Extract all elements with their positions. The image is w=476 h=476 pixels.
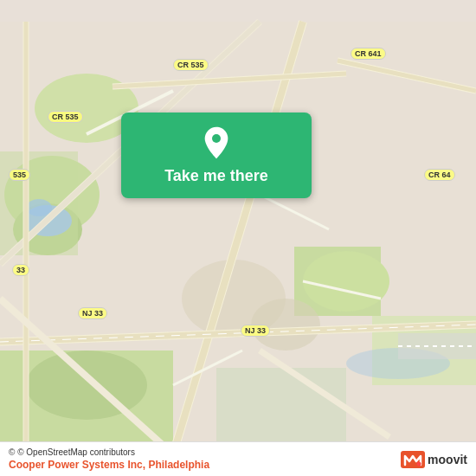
road-label-cr535-top: CR 535 [173, 59, 209, 71]
map-background [0, 0, 476, 476]
road-label-cr64: CR 64 [424, 169, 455, 181]
attribution: © © OpenStreetMap contributors [9, 447, 209, 457]
moovit-icon [401, 451, 425, 468]
take-me-there-button[interactable]: Take me there [121, 113, 312, 198]
road-label-535: 535 [9, 169, 30, 181]
svg-point-39 [417, 461, 421, 466]
svg-point-6 [303, 251, 389, 312]
moovit-text: moovit [428, 453, 467, 466]
bottom-bar: © © OpenStreetMap contributors Cooper Po… [0, 441, 476, 476]
map-container: CR 535 CR 535 CR 641 CR 64 535 33 NJ 33 … [0, 0, 476, 476]
svg-point-9 [26, 351, 147, 420]
moovit-logo: moovit [401, 451, 467, 468]
road-label-33: 33 [12, 264, 29, 276]
place-info: Cooper Power Systems Inc, Philadelphia [9, 459, 209, 471]
svg-point-14 [26, 199, 52, 216]
button-label: Take me there [164, 167, 268, 185]
road-label-cr535-left: CR 535 [48, 111, 83, 123]
road-label-cr641: CR 641 [351, 48, 386, 60]
road-label-nj33-left: NJ 33 [78, 307, 107, 319]
svg-point-38 [212, 134, 221, 143]
location-pin-icon [199, 125, 234, 160]
road-label-nj33-right: NJ 33 [241, 325, 270, 337]
take-me-there-container[interactable]: Take me there [121, 113, 312, 198]
